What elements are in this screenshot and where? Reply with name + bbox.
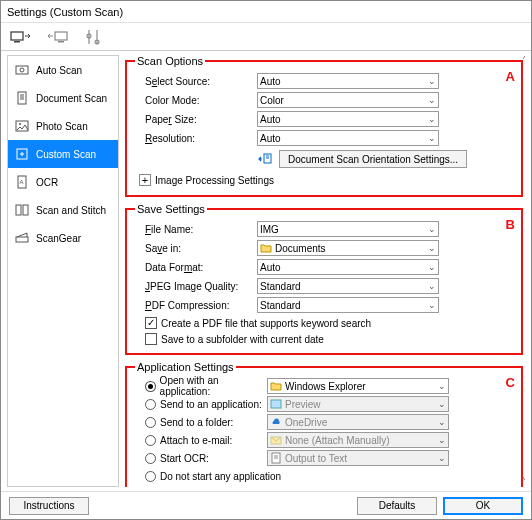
open-with-radio[interactable] xyxy=(145,381,156,392)
open-with-dropdown[interactable]: Windows Explorer⌄ xyxy=(267,378,449,394)
jpeg-quality-dropdown[interactable]: Standard⌄ xyxy=(257,278,439,294)
sidebar: Auto Scan Document Scan Photo Scan Custo… xyxy=(7,55,119,487)
text-icon xyxy=(270,452,282,464)
auto-scan-icon xyxy=(14,62,30,78)
chevron-down-icon: ⌄ xyxy=(428,300,436,310)
photo-scan-icon xyxy=(14,118,30,134)
subfolder-checkbox[interactable] xyxy=(145,333,157,345)
pdf-keyword-checkbox[interactable]: ✓ xyxy=(145,317,157,329)
auto-rotate-icon xyxy=(257,152,273,166)
save-in-dropdown[interactable]: Documents⌄ xyxy=(257,240,439,256)
expand-image-processing[interactable]: + xyxy=(139,174,151,186)
zone-b-label: B xyxy=(506,217,515,232)
save-settings-legend: Save Settings xyxy=(135,203,207,215)
sidebar-item-label: Photo Scan xyxy=(36,121,88,132)
onedrive-icon xyxy=(270,416,282,428)
data-format-label: Data Format: xyxy=(135,262,257,273)
sidebar-item-label: Scan and Stitch xyxy=(36,205,106,216)
do-not-start-label: Do not start any application xyxy=(160,471,281,482)
send-to-folder-label: Send to a folder: xyxy=(160,417,233,428)
data-format-dropdown[interactable]: Auto⌄ xyxy=(257,259,439,275)
toolbar xyxy=(1,23,531,51)
resolution-dropdown[interactable]: Auto⌄ xyxy=(257,130,439,146)
save-in-label: Save in: xyxy=(135,243,257,254)
chevron-down-icon: ⌄ xyxy=(438,399,446,409)
svg-rect-0 xyxy=(11,32,23,40)
chevron-down-icon: ⌄ xyxy=(438,453,446,463)
svg-rect-4 xyxy=(16,66,28,74)
svg-text:A: A xyxy=(20,179,24,185)
send-to-folder-radio[interactable] xyxy=(145,417,156,428)
chevron-down-icon: ⌄ xyxy=(428,243,436,253)
svg-rect-3 xyxy=(58,41,64,43)
scroll-down-icon[interactable]: ˅ xyxy=(522,476,525,487)
instructions-button[interactable]: Instructions xyxy=(9,497,89,515)
paper-size-dropdown[interactable]: Auto⌄ xyxy=(257,111,439,127)
orientation-settings-button[interactable]: Document Scan Orientation Settings... xyxy=(279,150,467,168)
send-to-app-dropdown[interactable]: Preview⌄ xyxy=(267,396,449,412)
sidebar-item-label: OCR xyxy=(36,177,58,188)
chevron-down-icon: ⌄ xyxy=(428,281,436,291)
send-to-folder-dropdown[interactable]: OneDrive⌄ xyxy=(267,414,449,430)
settings-window: Settings (Custom Scan) Auto Scan Documen… xyxy=(0,0,532,520)
general-settings-tab[interactable] xyxy=(81,25,105,49)
subfolder-label: Save to a subfolder with current date xyxy=(161,334,324,345)
start-ocr-label: Start OCR: xyxy=(160,453,209,464)
file-name-combo[interactable]: IMG⌄ xyxy=(257,221,439,237)
file-name-label: File Name: xyxy=(135,224,257,235)
chevron-down-icon: ⌄ xyxy=(428,262,436,272)
sidebar-item-document-scan[interactable]: Document Scan xyxy=(8,84,118,112)
chevron-down-icon: ⌄ xyxy=(438,417,446,427)
start-ocr-dropdown[interactable]: Output to Text⌄ xyxy=(267,450,449,466)
chevron-down-icon: ⌄ xyxy=(428,76,436,86)
scan-options-section: Scan Options A Select Source: Auto⌄ Colo… xyxy=(125,55,523,197)
svg-rect-2 xyxy=(55,32,67,40)
svg-rect-17 xyxy=(16,237,28,242)
chevron-down-icon: ⌄ xyxy=(428,95,436,105)
sidebar-item-label: Custom Scan xyxy=(36,149,96,160)
zone-c-label: C xyxy=(506,375,515,390)
start-ocr-radio[interactable] xyxy=(145,453,156,464)
chevron-down-icon: ⌄ xyxy=(428,114,436,124)
sidebar-item-label: ScanGear xyxy=(36,233,81,244)
chevron-down-icon: ⌄ xyxy=(428,224,436,234)
pdf-compression-label: PDF Compression: xyxy=(135,300,257,311)
attach-email-radio[interactable] xyxy=(145,435,156,446)
pdf-compression-dropdown[interactable]: Standard⌄ xyxy=(257,297,439,313)
sidebar-item-scan-stitch[interactable]: Scan and Stitch xyxy=(8,196,118,224)
scangear-icon xyxy=(14,230,30,246)
send-to-app-radio[interactable] xyxy=(145,399,156,410)
open-with-label: Open with an application: xyxy=(160,375,267,397)
ocr-icon: A xyxy=(14,174,30,190)
sidebar-item-photo-scan[interactable]: Photo Scan xyxy=(8,112,118,140)
zone-a-label: A xyxy=(506,69,515,84)
do-not-start-radio[interactable] xyxy=(145,471,156,482)
chevron-down-icon: ⌄ xyxy=(438,381,446,391)
color-mode-dropdown[interactable]: Color⌄ xyxy=(257,92,439,108)
scanner-to-pc-tab[interactable] xyxy=(45,25,69,49)
sidebar-item-ocr[interactable]: A OCR xyxy=(8,168,118,196)
svg-rect-15 xyxy=(16,205,21,215)
mail-icon xyxy=(270,434,282,446)
custom-scan-icon xyxy=(14,146,30,162)
send-to-app-label: Send to an application: xyxy=(160,399,262,410)
defaults-button[interactable]: Defaults xyxy=(357,497,437,515)
attach-email-dropdown[interactable]: None (Attach Manually)⌄ xyxy=(267,432,449,448)
sidebar-item-scangear[interactable]: ScanGear xyxy=(8,224,118,252)
select-source-dropdown[interactable]: Auto⌄ xyxy=(257,73,439,89)
sidebar-item-auto-scan[interactable]: Auto Scan xyxy=(8,56,118,84)
image-processing-label: Image Processing Settings xyxy=(155,175,274,186)
pc-to-scanner-tab[interactable] xyxy=(9,25,33,49)
svg-rect-16 xyxy=(23,205,28,215)
chevron-down-icon: ⌄ xyxy=(428,133,436,143)
ok-button[interactable]: OK xyxy=(443,497,523,515)
save-settings-section: Save Settings B File Name: IMG⌄ Save in:… xyxy=(125,203,523,355)
resolution-label: Resolution: xyxy=(135,133,257,144)
folder-icon xyxy=(260,242,272,254)
footer: Instructions Defaults OK xyxy=(1,491,531,519)
document-scan-icon xyxy=(14,90,30,106)
svg-rect-21 xyxy=(271,400,281,408)
sidebar-item-custom-scan[interactable]: Custom Scan xyxy=(8,140,118,168)
scan-options-legend: Scan Options xyxy=(135,55,205,67)
svg-point-11 xyxy=(19,123,21,125)
